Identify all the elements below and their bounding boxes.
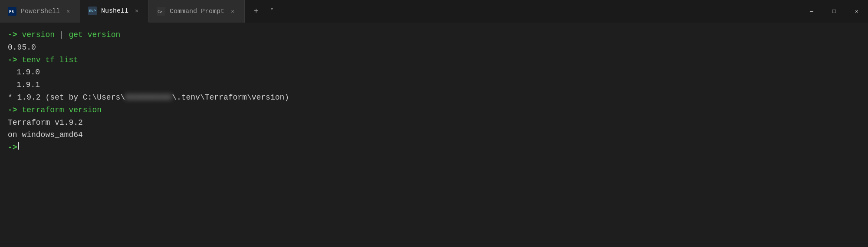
terminal-line-2: 0.95.0 — [8, 41, 860, 54]
tab-cmd[interactable]: C> Command Prompt ✕ — [149, 0, 245, 23]
terminal-line-5: 1.9.1 — [8, 79, 860, 91]
tab-nushell-close[interactable]: ✕ — [133, 7, 141, 15]
window-controls: — □ ✕ — [800, 0, 868, 23]
tab-powershell-label: PowerShell — [21, 8, 60, 15]
minimize-button[interactable]: — — [800, 0, 823, 23]
tab-nushell[interactable]: nu> Nushell ✕ — [80, 0, 149, 23]
svg-text:PS: PS — [9, 10, 14, 14]
cmd-icon: C> — [157, 7, 165, 16]
output-6a: * 1.9.2 (set by C:\Users\ — [8, 91, 125, 104]
prompt-1: -> — [8, 29, 17, 41]
new-tab-button[interactable]: + — [250, 5, 262, 17]
terminal-line-9: on windows_amd64 — [8, 129, 860, 141]
tab-cmd-label: Command Prompt — [170, 8, 224, 15]
cmd-7: terraform version — [17, 104, 102, 117]
titlebar-actions: + ˅ — [245, 5, 283, 17]
output-6b: \.tenv\Terraform\version) — [172, 91, 289, 104]
prompt-10: -> — [8, 141, 17, 154]
output-6-blurred: XXXXXXXXXX — [125, 91, 172, 104]
tab-cmd-close[interactable]: ✕ — [229, 7, 237, 15]
cursor — [18, 142, 19, 150]
cmd-1b: get version — [64, 29, 121, 41]
output-8: Terraform v1.9.2 — [8, 117, 83, 129]
output-4: 1.9.0 — [8, 66, 40, 79]
terminal-line-8: Terraform v1.9.2 — [8, 117, 860, 129]
titlebar: PS PowerShell ✕ nu> Nushell ✕ C> Command… — [0, 0, 868, 23]
cmd-3: tenv tf list — [17, 54, 78, 67]
nushell-icon: nu> — [88, 7, 97, 15]
terminal-content[interactable]: -> version | get version 0.95.0 -> tenv … — [0, 23, 868, 247]
prompt-3: -> — [8, 54, 17, 67]
dropdown-button[interactable]: ˅ — [266, 5, 278, 17]
terminal-line-6: * 1.9.2 (set by C:\Users\XXXXXXXXXX\.ten… — [8, 91, 860, 104]
output-5: 1.9.1 — [8, 79, 40, 91]
output-9: on windows_amd64 — [8, 129, 83, 141]
powershell-icon: PS — [8, 7, 16, 16]
terminal-line-3: -> tenv tf list — [8, 54, 860, 67]
terminal-line-4: 1.9.0 — [8, 66, 860, 79]
tab-nushell-label: Nushell — [101, 7, 128, 15]
cmd-1: version — [17, 29, 59, 41]
terminal-line-10: -> — [8, 141, 860, 154]
close-button[interactable]: ✕ — [845, 0, 868, 23]
prompt-7: -> — [8, 104, 17, 117]
svg-text:C>: C> — [158, 10, 162, 14]
output-2: 0.95.0 — [8, 41, 36, 54]
maximize-button[interactable]: □ — [823, 0, 845, 23]
tab-powershell-close[interactable]: ✕ — [64, 7, 72, 15]
pipe-1: | — [59, 29, 64, 41]
terminal-line-1: -> version | get version — [8, 29, 860, 41]
terminal-line-7: -> terraform version — [8, 104, 860, 117]
tab-powershell[interactable]: PS PowerShell ✕ — [0, 0, 80, 23]
